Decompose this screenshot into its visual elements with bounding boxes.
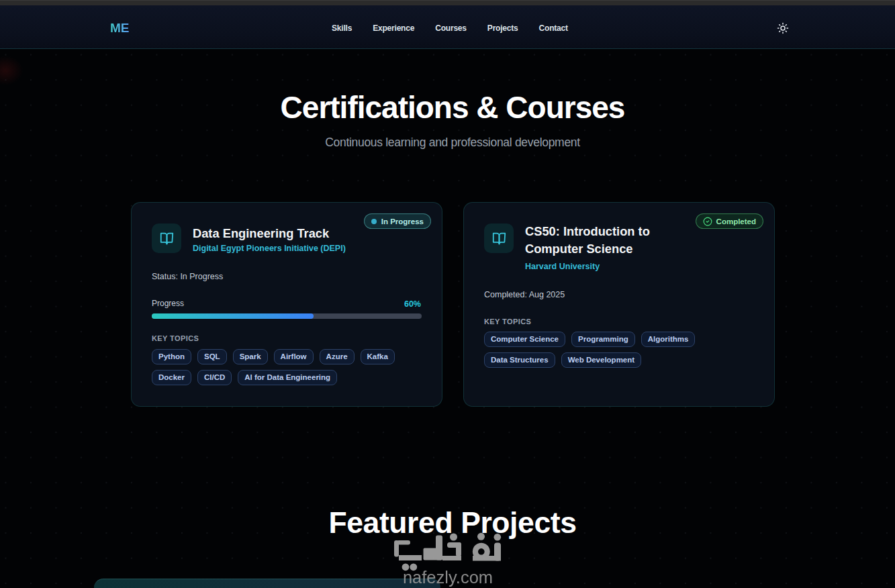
svg-text:nafezly.com: nafezly.com: [403, 568, 493, 587]
